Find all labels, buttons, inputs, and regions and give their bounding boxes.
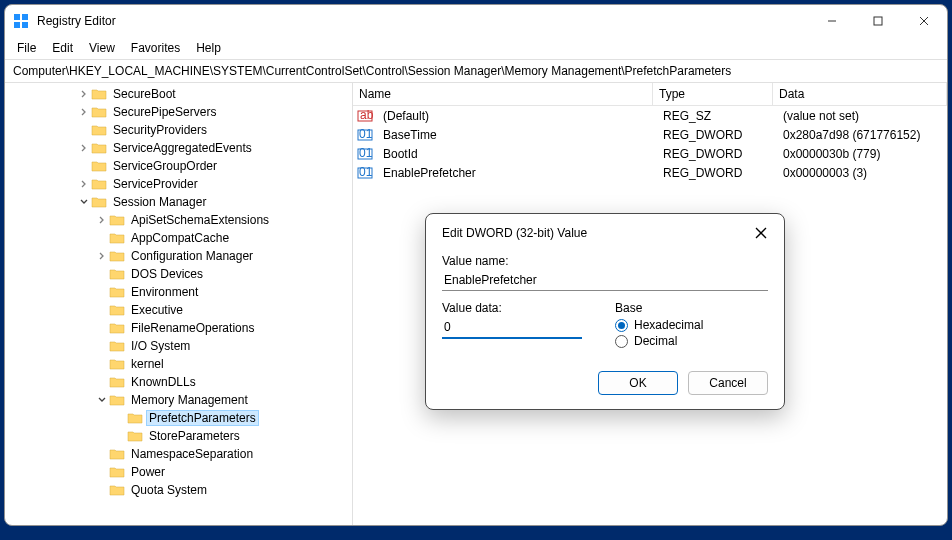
cell-type: REG_DWORD (657, 146, 777, 162)
tree-item[interactable]: Environment (5, 283, 352, 301)
value-name-label: Value name: (442, 254, 768, 268)
tree-item[interactable]: kernel (5, 355, 352, 373)
cell-type: REG_SZ (657, 108, 777, 124)
tree-item[interactable]: Memory Management (5, 391, 352, 409)
reg-dword-icon: 011 (357, 146, 373, 162)
svg-rect-5 (874, 17, 882, 25)
chevron-down-icon[interactable] (77, 197, 91, 207)
tree-item-label: ServiceGroupOrder (111, 159, 219, 173)
tree-item[interactable]: PrefetchParameters (5, 409, 352, 427)
tree-item[interactable]: StoreParameters (5, 427, 352, 445)
tree-item[interactable]: Power (5, 463, 352, 481)
chevron-right-icon[interactable] (77, 179, 91, 189)
list-row[interactable]: 011EnablePrefetcherREG_DWORD0x00000003 (… (353, 163, 947, 182)
list-header: Name Type Data (353, 83, 947, 106)
folder-icon (109, 357, 125, 371)
tree-item[interactable]: SecurePipeServers (5, 103, 352, 121)
cancel-button[interactable]: Cancel (688, 371, 768, 395)
folder-icon (109, 447, 125, 461)
base-group-label: Base (615, 301, 768, 315)
cell-data: (value not set) (777, 108, 947, 124)
tree-item[interactable]: ServiceGroupOrder (5, 157, 352, 175)
list-row[interactable]: ab(Default)REG_SZ(value not set) (353, 106, 947, 125)
tree-item-label: SecurePipeServers (111, 105, 218, 119)
col-header-data[interactable]: Data (773, 83, 947, 105)
titlebar: Registry Editor (5, 5, 947, 37)
maximize-button[interactable] (855, 5, 901, 37)
chevron-right-icon[interactable] (77, 143, 91, 153)
tree-item[interactable]: ServiceProvider (5, 175, 352, 193)
tree-item-label: PrefetchParameters (147, 411, 258, 425)
regedit-icon (13, 13, 29, 29)
radio-decimal[interactable]: Decimal (615, 333, 768, 349)
tree-item[interactable]: I/O System (5, 337, 352, 355)
tree-item[interactable]: Quota System (5, 481, 352, 499)
chevron-right-icon[interactable] (95, 215, 109, 225)
folder-icon (109, 249, 125, 263)
tree-item[interactable]: ServiceAggregatedEvents (5, 139, 352, 157)
address-bar[interactable]: Computer\HKEY_LOCAL_MACHINE\SYSTEM\Curre… (5, 59, 947, 83)
cell-name: BootId (377, 146, 657, 162)
folder-icon (109, 465, 125, 479)
window-title: Registry Editor (37, 14, 809, 28)
tree-item[interactable]: FileRenameOperations (5, 319, 352, 337)
menu-view[interactable]: View (83, 39, 121, 57)
tree-item[interactable]: KnownDLLs (5, 373, 352, 391)
dialog-titlebar: Edit DWORD (32-bit) Value (426, 214, 784, 252)
ok-button[interactable]: OK (598, 371, 678, 395)
menu-help[interactable]: Help (190, 39, 227, 57)
chevron-right-icon[interactable] (77, 89, 91, 99)
chevron-right-icon[interactable] (95, 251, 109, 261)
cell-name: BaseTime (377, 127, 657, 143)
tree-item[interactable]: SecurityProviders (5, 121, 352, 139)
tree-item[interactable]: Executive (5, 301, 352, 319)
tree-item[interactable]: SecureBoot (5, 85, 352, 103)
tree-item-label: ServiceAggregatedEvents (111, 141, 254, 155)
folder-icon (109, 285, 125, 299)
chevron-down-icon[interactable] (95, 395, 109, 405)
close-button[interactable] (901, 5, 947, 37)
tree-item-label: Session Manager (111, 195, 208, 209)
radio-hex-label: Hexadecimal (634, 318, 703, 332)
folder-icon (109, 213, 125, 227)
tree-item-label: I/O System (129, 339, 192, 353)
radio-hexadecimal[interactable]: Hexadecimal (615, 317, 768, 333)
tree-item-label: SecurityProviders (111, 123, 209, 137)
col-header-name[interactable]: Name (353, 83, 653, 105)
radio-dec-label: Decimal (634, 334, 677, 348)
chevron-right-icon[interactable] (77, 107, 91, 117)
cell-data: 0x280a7d98 (671776152) (777, 127, 947, 143)
tree-item-label: kernel (129, 357, 166, 371)
cell-name: EnablePrefetcher (377, 165, 657, 181)
dialog-close-button[interactable] (752, 224, 770, 242)
minimize-button[interactable] (809, 5, 855, 37)
list-row[interactable]: 011BootIdREG_DWORD0x0000030b (779) (353, 144, 947, 163)
col-header-type[interactable]: Type (653, 83, 773, 105)
folder-icon (91, 123, 107, 137)
tree-item-label: KnownDLLs (129, 375, 198, 389)
tree-item-label: DOS Devices (129, 267, 205, 281)
svg-text:011: 011 (359, 127, 373, 141)
list-row[interactable]: 011BaseTimeREG_DWORD0x280a7d98 (67177615… (353, 125, 947, 144)
folder-icon (91, 159, 107, 173)
tree-pane[interactable]: SecureBootSecurePipeServersSecurityProvi… (5, 83, 353, 525)
value-name-field[interactable] (442, 270, 768, 291)
folder-icon (127, 411, 143, 425)
menu-file[interactable]: File (11, 39, 42, 57)
tree-item[interactable]: Session Manager (5, 193, 352, 211)
edit-dword-dialog: Edit DWORD (32-bit) Value Value name: Va… (425, 213, 785, 410)
folder-icon (91, 141, 107, 155)
tree-item[interactable]: ApiSetSchemaExtensions (5, 211, 352, 229)
menu-favorites[interactable]: Favorites (125, 39, 186, 57)
tree-item-label: Environment (129, 285, 200, 299)
svg-rect-0 (14, 14, 20, 20)
tree-item[interactable]: DOS Devices (5, 265, 352, 283)
menu-edit[interactable]: Edit (46, 39, 79, 57)
window-controls (809, 5, 947, 37)
radio-empty-icon (615, 335, 628, 348)
tree-item[interactable]: AppCompatCache (5, 229, 352, 247)
tree-item[interactable]: NamespaceSeparation (5, 445, 352, 463)
folder-icon (91, 87, 107, 101)
value-data-field[interactable] (442, 317, 582, 339)
tree-item[interactable]: Configuration Manager (5, 247, 352, 265)
